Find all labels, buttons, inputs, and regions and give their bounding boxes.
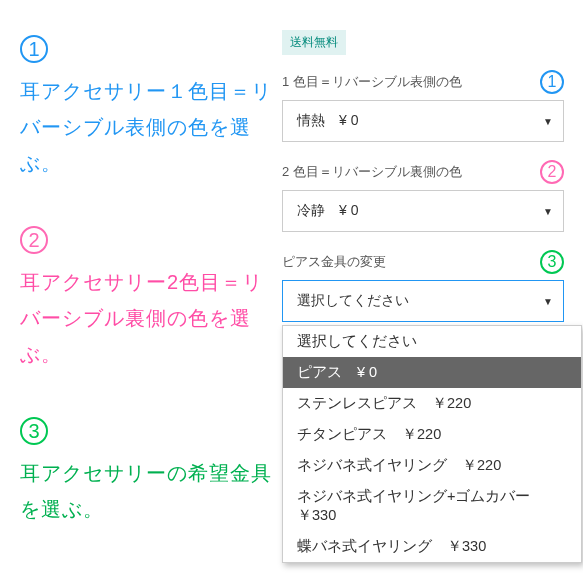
step3-number: 3: [20, 417, 48, 445]
step2-number: 2: [20, 226, 48, 254]
field1-label: 1 色目＝リバーシブル表側の色: [282, 73, 462, 91]
option-butterfly-spring[interactable]: 蝶バネ式イヤリング ￥330: [283, 531, 581, 562]
field3-number: 3: [540, 250, 564, 274]
hardware-dropdown: 選択してください ピアス ¥ 0 ステンレスピアス ￥220 チタンピアス ￥2…: [282, 325, 582, 563]
step1-number: 1: [20, 35, 48, 63]
hardware-select[interactable]: 選択してください: [282, 280, 564, 322]
field2-number: 2: [540, 160, 564, 184]
field1-number: 1: [540, 70, 564, 94]
color2-value: 冷静 ¥ 0: [297, 202, 358, 220]
option-pierce[interactable]: ピアス ¥ 0: [283, 357, 581, 388]
color1-value: 情熱 ¥ 0: [297, 112, 358, 130]
step3-text: 耳アクセサリーの希望金具を選ぶ。: [20, 455, 275, 527]
free-shipping-badge: 送料無料: [282, 30, 346, 55]
option-screw-spring-cover[interactable]: ネジバネ式イヤリング+ゴムカバー ￥330: [283, 481, 581, 531]
color2-select[interactable]: 冷静 ¥ 0: [282, 190, 564, 232]
option-titanium[interactable]: チタンピアス ￥220: [283, 419, 581, 450]
field2-label: 2 色目＝リバーシブル裏側の色: [282, 163, 462, 181]
step2-text: 耳アクセサリー2色目＝リバーシブル裏側の色を選ぶ。: [20, 264, 275, 372]
option-stainless[interactable]: ステンレスピアス ￥220: [283, 388, 581, 419]
field3-label: ピアス金具の変更: [282, 253, 386, 271]
color1-select[interactable]: 情熱 ¥ 0: [282, 100, 564, 142]
option-placeholder[interactable]: 選択してください: [283, 326, 581, 357]
step1-text: 耳アクセサリー１色目＝リバーシブル表側の色を選ぶ。: [20, 73, 275, 181]
hardware-value: 選択してください: [297, 292, 409, 310]
option-screw-spring[interactable]: ネジバネ式イヤリング ￥220: [283, 450, 581, 481]
